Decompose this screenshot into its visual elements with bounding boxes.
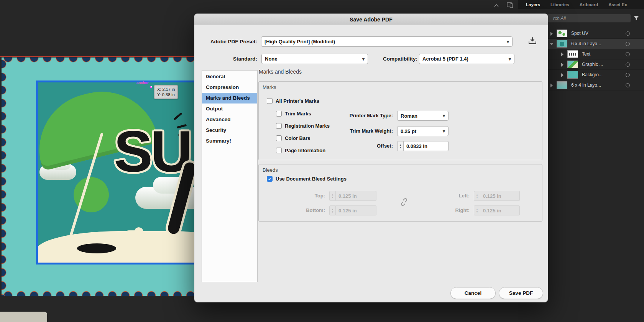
- stamp-scallop-edge: [2, 288, 216, 296]
- bleed-bottom-field: 0.125 in: [336, 205, 376, 215]
- layer-target-icon[interactable]: [626, 83, 630, 87]
- checkbox-trim-marks[interactable]: [276, 111, 282, 117]
- layer-name: 6 x 4 in Layo...: [571, 39, 601, 49]
- panel-title: Marks and Bleeds: [259, 69, 302, 75]
- layer-target-icon[interactable]: [626, 31, 630, 36]
- stepper-down-icon: ▾: [476, 196, 478, 199]
- layer-thumbnail[interactable]: [567, 61, 578, 68]
- tab-asset-export[interactable]: Asset Ex: [608, 2, 627, 7]
- layer-thumbnail[interactable]: [557, 81, 567, 89]
- tooltip-y-value: Y: 0.38 in: [157, 92, 175, 97]
- section-general[interactable]: General: [202, 71, 257, 82]
- checkbox-registration-marks[interactable]: [276, 123, 282, 129]
- layer-name: 6 x 4 in Layo...: [571, 80, 601, 90]
- checkbox-page-information[interactable]: [276, 148, 282, 153]
- panel-dock-icon[interactable]: [507, 2, 513, 8]
- checkbox-label: Use Document Bleed Settings: [276, 176, 347, 182]
- bleed-top-stepper: ▴ ▾: [329, 191, 336, 201]
- stepper-up-icon: ▴: [400, 143, 401, 146]
- section-compression[interactable]: Compression: [202, 82, 257, 93]
- stamp-inner-panel: SU: [36, 80, 216, 264]
- expand-chevron-icon[interactable]: [561, 63, 564, 67]
- standard-dropdown[interactable]: None ▾: [261, 54, 368, 64]
- stepper-down-icon: ▾: [332, 196, 334, 199]
- checkbox-color-bars[interactable]: [276, 135, 282, 141]
- save-pdf-button[interactable]: Save PDF: [499, 287, 543, 299]
- stepper-down-icon: ▾: [400, 146, 401, 149]
- layer-target-icon[interactable]: [626, 62, 630, 67]
- expand-chevron-icon[interactable]: [561, 53, 564, 56]
- marks-group: Marks All Printer's Marks Trim Marks Reg…: [258, 81, 542, 160]
- chevron-down-icon: ▾: [504, 39, 509, 44]
- checkbox-label: Trim Marks: [285, 111, 311, 117]
- tab-libraries[interactable]: Libraries: [550, 2, 569, 7]
- compatibility-dropdown[interactable]: Acrobat 5 (PDF 1.4) ▾: [419, 54, 514, 64]
- bleed-left-stepper: ▴ ▾: [474, 191, 480, 201]
- tab-layers[interactable]: Layers: [526, 2, 540, 7]
- save-adobe-pdf-dialog: Save Adobe PDF Adobe PDF Preset: [High Q…: [194, 13, 548, 302]
- trim-mark-weight-dropdown[interactable]: 0.25 pt ▾: [397, 126, 449, 136]
- stepper-down-icon: ▾: [476, 210, 478, 213]
- bleed-top-field: 0.125 in: [336, 191, 376, 201]
- section-security[interactable]: Security: [202, 125, 257, 136]
- collapse-panel-chevron-icon[interactable]: [494, 4, 499, 7]
- stamp-artwork[interactable]: SU: [2, 58, 216, 296]
- layer-thumbnail[interactable]: [567, 71, 578, 79]
- tooltip-x-value: X: 2.17 in: [157, 87, 175, 92]
- offset-field[interactable]: 0.0833 in: [404, 141, 449, 151]
- section-output[interactable]: Output: [202, 104, 257, 114]
- chevron-down-icon: ▾: [360, 56, 365, 62]
- dialog-title[interactable]: Save Adobe PDF: [194, 14, 548, 25]
- printer-mark-type-dropdown[interactable]: Roman ▾: [397, 111, 449, 121]
- checkbox-label: Color Bars: [285, 135, 310, 141]
- save-preset-icon[interactable]: [528, 36, 537, 46]
- dialog-section-list: General Compression Marks and Bleeds Out…: [202, 70, 258, 282]
- layer-target-icon[interactable]: [626, 52, 630, 56]
- section-summary[interactable]: Summary!: [202, 136, 257, 146]
- illustrator-window: SU anchor X: 2.17 in Y: 0.38 in Layers L…: [0, 0, 644, 322]
- standard-label: Standard:: [197, 54, 257, 64]
- checkbox-label: All Printer's Marks: [276, 98, 319, 104]
- expand-chevron-icon[interactable]: [550, 84, 553, 87]
- anchor-point-marker: [150, 86, 152, 88]
- collapse-chevron-icon[interactable]: [550, 43, 554, 45]
- bleed-top-label: Top:: [291, 191, 325, 201]
- stamp-scallop-edge: [2, 58, 10, 296]
- compatibility-label: Compatibility:: [375, 54, 417, 64]
- section-marks-and-bleeds[interactable]: Marks and Bleeds: [202, 93, 257, 104]
- bleed-right-stepper: ▴ ▾: [474, 205, 480, 215]
- layer-name: Text: [582, 49, 590, 59]
- bleed-guide-line: [0, 56, 194, 57]
- bleed-left-value: 0.125 in: [483, 193, 501, 199]
- chevron-down-icon: ▾: [506, 56, 511, 62]
- stepper-up-icon: ▴: [476, 208, 478, 210]
- layer-thumbnail[interactable]: [567, 50, 578, 58]
- bleed-bottom-value: 0.125 in: [338, 208, 357, 214]
- layer-thumbnail[interactable]: [557, 30, 567, 37]
- filter-funnel-icon[interactable]: [633, 15, 639, 21]
- layer-target-icon[interactable]: [626, 73, 630, 77]
- checkbox-all-printers-marks[interactable]: [267, 98, 273, 104]
- expand-chevron-icon[interactable]: [561, 73, 564, 77]
- stepper-up-icon: ▴: [476, 193, 478, 196]
- tab-artboard[interactable]: Artboard: [580, 2, 598, 7]
- layer-target-icon[interactable]: [626, 42, 630, 46]
- expand-chevron-icon[interactable]: [550, 32, 553, 36]
- offset-label: Offset:: [321, 141, 393, 151]
- preset-dropdown[interactable]: [High Quality Print] (Modified) ▾: [261, 36, 513, 47]
- layer-thumbnail[interactable]: [557, 40, 567, 48]
- shadow-ellipse-graphic: [77, 243, 116, 253]
- section-advanced[interactable]: Advanced: [202, 114, 257, 125]
- sand-puff-graphic: [135, 227, 143, 234]
- link-bleeds-icon: [399, 197, 409, 207]
- cursor-coordinates-tooltip: X: 2.17 in Y: 0.38 in: [154, 85, 178, 99]
- panel-tab-bar: Layers Libraries Artboard Asset Ex: [518, 0, 644, 9]
- bleeds-group-title: Bleeds: [263, 167, 278, 173]
- printer-mark-type-label: Printer Mark Type:: [321, 111, 393, 121]
- checkbox-use-document-bleed[interactable]: ✓: [267, 176, 273, 182]
- chevron-down-icon: ▾: [440, 128, 445, 134]
- offset-stepper[interactable]: ▴ ▾: [397, 141, 404, 151]
- cancel-button[interactable]: Cancel: [450, 287, 496, 299]
- compatibility-value: Acrobat 5 (PDF 1.4): [422, 56, 468, 62]
- stepper-up-icon: ▴: [332, 208, 334, 210]
